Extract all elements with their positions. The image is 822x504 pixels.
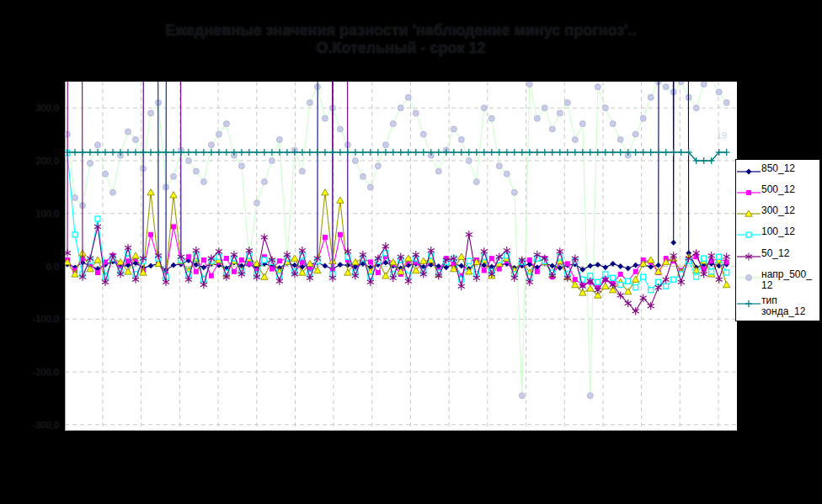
legend-marker-icon bbox=[736, 271, 761, 286]
legend-item-850-12: 850_12 bbox=[736, 163, 819, 180]
legend-label: 850_12 bbox=[761, 163, 815, 174]
legend-marker-icon bbox=[736, 207, 761, 222]
y-axis-tick-label: -300,0 bbox=[0, 420, 59, 430]
legend-item-50-12: 50_12 bbox=[736, 248, 819, 265]
y-axis-tick-label: -200,0 bbox=[0, 367, 59, 377]
legend-label: напр_500_12 bbox=[761, 269, 815, 291]
chart-title-line1: Ежедневные значения разности 'наблюдение… bbox=[65, 22, 737, 40]
chart-title-line2: О.Котельный - срок 12 bbox=[65, 40, 737, 57]
legend-item-300-12: 300_12 bbox=[736, 205, 819, 222]
y-axis-tick-label: -100,0 bbox=[0, 314, 59, 324]
legend-marker-icon bbox=[736, 297, 761, 312]
legend-label: 50_12 bbox=[761, 248, 815, 259]
plot-area bbox=[65, 82, 737, 431]
legend-item--500-12: напр_500_12 bbox=[736, 269, 819, 291]
data-label-19: 19 bbox=[717, 130, 727, 141]
legend-label: 500_12 bbox=[761, 184, 815, 195]
chart-legend: 850_12500_12300_12100_1250_12напр_500_12… bbox=[735, 159, 820, 321]
legend-marker-icon bbox=[736, 165, 761, 180]
y-axis-tick-label: 0,0 bbox=[0, 262, 59, 272]
chart-canvas bbox=[65, 82, 737, 434]
legend-item-500-12: 500_12 bbox=[736, 184, 819, 201]
legend-item-100-12: 100_12 bbox=[736, 226, 819, 243]
legend-marker-icon bbox=[736, 250, 761, 265]
y-axis-tick-label: 300,0 bbox=[0, 103, 59, 113]
legend-marker-icon bbox=[736, 186, 761, 201]
legend-label: 300_12 bbox=[761, 205, 815, 216]
y-axis-tick-label: 100,0 bbox=[0, 209, 59, 219]
legend-label: тип зонда_12 bbox=[761, 295, 815, 317]
y-axis-tick-label: 200,0 bbox=[0, 156, 59, 166]
legend-item--12: тип зонда_12 bbox=[736, 295, 819, 317]
chart-title: Ежедневные значения разности 'наблюдение… bbox=[65, 22, 737, 57]
legend-marker-icon bbox=[736, 228, 761, 243]
legend-label: 100_12 bbox=[761, 226, 815, 237]
